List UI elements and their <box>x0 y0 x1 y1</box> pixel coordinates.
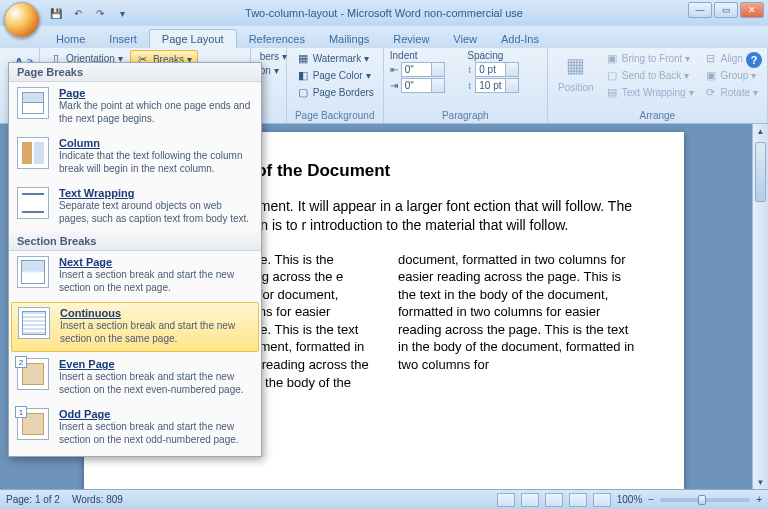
indent-left-input[interactable]: 0" <box>401 62 445 77</box>
window-controls: — ▭ ✕ <box>688 2 764 18</box>
wrap-break-icon <box>17 187 49 219</box>
breaks-item-desc: Indicate that the text following the col… <box>59 150 253 175</box>
view-web-layout[interactable] <box>545 493 563 507</box>
group-button[interactable]: ▣Group ▾ <box>701 67 761 83</box>
breaks-item-odd-page[interactable]: 1Odd PageInsert a section break and star… <box>9 403 261 453</box>
tab-add-ins[interactable]: Add-Ins <box>489 30 551 48</box>
zoom-slider[interactable] <box>660 498 750 502</box>
even-break-icon: 2 <box>17 358 49 390</box>
send-back-icon: ▢ <box>605 68 619 82</box>
breaks-item-title: Text Wrapping <box>59 187 253 199</box>
odd-break-icon: 1 <box>17 408 49 440</box>
space-after-input[interactable]: 10 pt <box>475 78 519 93</box>
vertical-scrollbar[interactable]: ▲ ▼ <box>752 124 768 489</box>
space-before-input[interactable]: 0 pt <box>475 62 519 77</box>
tab-mailings[interactable]: Mailings <box>317 30 381 48</box>
breaks-item-title: Page <box>59 87 253 99</box>
qat-customize-icon[interactable]: ▾ <box>114 5 130 21</box>
tab-review[interactable]: Review <box>381 30 441 48</box>
breaks-item-desc: Mark the point at which one page ends an… <box>59 100 253 125</box>
breaks-item-title: Continuous <box>60 307 252 319</box>
breaks-item-title: Odd Page <box>59 408 253 420</box>
col-break-icon <box>17 137 49 169</box>
zoom-level[interactable]: 100% <box>617 494 643 505</box>
group-arrange: ▦Position ▣Bring to Front ▾ ▢Send to Bac… <box>548 48 768 123</box>
scroll-up-icon[interactable]: ▲ <box>753 124 768 138</box>
next-break-icon <box>17 256 49 288</box>
breaks-item-title: Next Page <box>59 256 253 268</box>
view-outline[interactable] <box>569 493 587 507</box>
breaks-item-desc: Insert a section break and start the new… <box>60 320 252 345</box>
title-bar: 💾 ↶ ↷ ▾ Two-column-layout - Microsoft Wo… <box>0 0 768 26</box>
breaks-item-column[interactable]: ColumnIndicate that the text following t… <box>9 132 261 182</box>
indent-right-icon: ⇥ <box>390 80 398 91</box>
scroll-thumb[interactable] <box>755 142 766 202</box>
space-after-icon: ↕ <box>467 80 472 91</box>
view-draft[interactable] <box>593 493 611 507</box>
position-icon: ▦ <box>562 51 590 79</box>
breaks-item-continuous[interactable]: ContinuousInsert a section break and sta… <box>11 302 259 352</box>
tab-page-layout[interactable]: Page Layout <box>149 29 237 48</box>
maximize-button[interactable]: ▭ <box>714 2 738 18</box>
quick-access-toolbar: 💾 ↶ ↷ ▾ <box>48 5 130 21</box>
breaks-item-desc: Insert a section break and start the new… <box>59 371 253 396</box>
align-icon: ⊟ <box>704 51 718 65</box>
breaks-item-page[interactable]: PageMark the point at which one page end… <box>9 82 261 132</box>
page-color-button[interactable]: ◧Page Color ▾ <box>293 67 374 83</box>
breaks-item-text-wrapping[interactable]: Text WrappingSeparate text around object… <box>9 182 261 232</box>
indent-label: Indent <box>390 50 464 61</box>
page-borders-button[interactable]: ▢Page Borders <box>293 84 377 100</box>
office-button[interactable] <box>4 2 40 38</box>
ribbon-tabs: Home Insert Page Layout References Maili… <box>0 26 768 48</box>
position-button[interactable]: ▦Position <box>554 50 598 94</box>
group-page-background: ▦Watermark ▾ ◧Page Color ▾ ▢Page Borders… <box>287 48 384 123</box>
bring-front-icon: ▣ <box>605 51 619 65</box>
group-paragraph: Indent ⇤0" ⇥0" Spacing ↕0 pt ↕10 pt Para… <box>384 48 548 123</box>
watermark-icon: ▦ <box>296 51 310 65</box>
send-to-back-button[interactable]: ▢Send to Back ▾ <box>602 67 697 83</box>
zoom-knob[interactable] <box>698 495 706 505</box>
view-full-screen[interactable] <box>521 493 539 507</box>
zoom-out-button[interactable]: − <box>648 494 654 505</box>
status-page[interactable]: Page: 1 of 2 <box>6 494 60 505</box>
zoom-in-button[interactable]: + <box>756 494 762 505</box>
tab-view[interactable]: View <box>441 30 489 48</box>
status-words[interactable]: Words: 809 <box>72 494 123 505</box>
redo-icon[interactable]: ↷ <box>92 5 108 21</box>
breaks-item-next-page[interactable]: Next PageInsert a section break and star… <box>9 251 261 301</box>
help-icon[interactable]: ? <box>746 52 762 68</box>
scroll-down-icon[interactable]: ▼ <box>753 475 768 489</box>
tab-insert[interactable]: Insert <box>97 30 149 48</box>
breaks-item-title: Even Page <box>59 358 253 370</box>
breaks-item-title: Column <box>59 137 253 149</box>
tab-references[interactable]: References <box>237 30 317 48</box>
breaks-item-desc: Insert a section break and start the new… <box>59 269 253 294</box>
indent-left-icon: ⇤ <box>390 64 398 75</box>
breaks-header-section: Section Breaks <box>9 232 261 251</box>
status-bar: Page: 1 of 2 Words: 809 100% − + <box>0 489 768 509</box>
breaks-item-even-page[interactable]: 2Even PageInsert a section break and sta… <box>9 353 261 403</box>
breaks-header-page: Page Breaks <box>9 63 261 82</box>
rotate-button[interactable]: ⟳Rotate ▾ <box>701 84 761 100</box>
text-wrapping-button[interactable]: ▤Text Wrapping ▾ <box>602 84 697 100</box>
text-wrap-icon: ▤ <box>605 85 619 99</box>
rotate-icon: ⟳ <box>704 85 718 99</box>
undo-icon[interactable]: ↶ <box>70 5 86 21</box>
page-break-icon <box>17 87 49 119</box>
breaks-item-desc: Insert a section break and start the new… <box>59 421 253 446</box>
bring-to-front-button[interactable]: ▣Bring to Front ▾ <box>602 50 697 66</box>
watermark-button[interactable]: ▦Watermark ▾ <box>293 50 373 66</box>
page-borders-icon: ▢ <box>296 85 310 99</box>
cont-break-icon <box>18 307 50 339</box>
save-icon[interactable]: 💾 <box>48 5 64 21</box>
view-print-layout[interactable] <box>497 493 515 507</box>
page-color-icon: ◧ <box>296 68 310 82</box>
close-button[interactable]: ✕ <box>740 2 764 18</box>
tab-home[interactable]: Home <box>44 30 97 48</box>
group-icon: ▣ <box>704 68 718 82</box>
minimize-button[interactable]: — <box>688 2 712 18</box>
breaks-item-desc: Separate text around objects on web page… <box>59 200 253 225</box>
indent-right-input[interactable]: 0" <box>401 78 445 93</box>
spacing-label: Spacing <box>467 50 541 61</box>
breaks-dropdown: Page Breaks PageMark the point at which … <box>8 62 262 457</box>
